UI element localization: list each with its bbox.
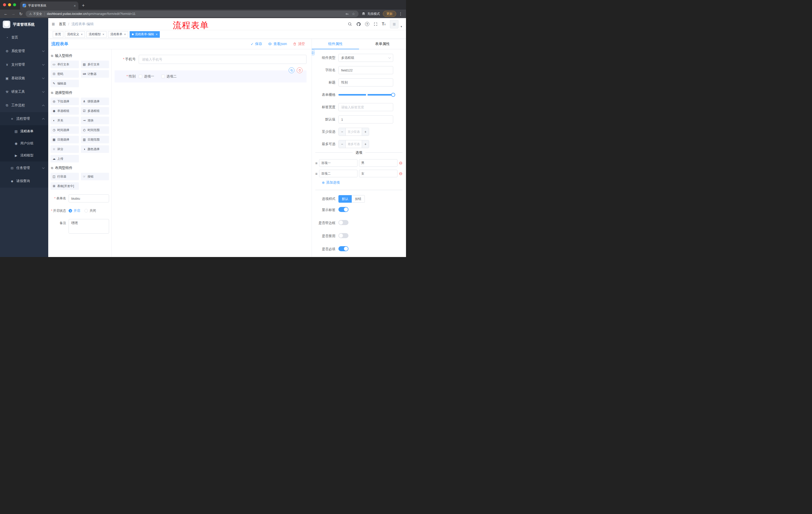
sidebar-item-system-management[interactable]: ⚙系统管理 bbox=[0, 44, 48, 58]
selected-component-gender[interactable]: 性别 选项一选项二 bbox=[115, 71, 307, 82]
default-value-input[interactable] bbox=[339, 115, 393, 124]
form-field-mobile[interactable]: 手机号 bbox=[115, 55, 309, 64]
sidebar-item-process-model[interactable]: ▶流程模型 bbox=[0, 150, 48, 161]
new-tab-button[interactable]: + bbox=[82, 3, 85, 8]
fullscreen-icon[interactable] bbox=[374, 22, 378, 26]
tag-process-form[interactable]: 流程表单× bbox=[108, 31, 128, 38]
remove-option-icon[interactable]: ⊖ bbox=[399, 171, 403, 176]
view-json-button[interactable]: 查看json bbox=[268, 42, 287, 46]
tag-home[interactable]: 首页 bbox=[53, 31, 63, 38]
sidebar-item-home[interactable]: ◔首页 bbox=[0, 31, 48, 44]
props-tab-form[interactable]: 表单属性 bbox=[359, 39, 406, 49]
option-label-input[interactable] bbox=[319, 170, 357, 177]
increase-button[interactable]: + bbox=[362, 140, 369, 148]
gender-option-1[interactable]: 选项一 bbox=[139, 74, 154, 79]
checkbox-unchecked-icon[interactable] bbox=[139, 75, 142, 78]
palette-item-switch[interactable]: ◐开关 bbox=[51, 117, 79, 124]
slider-handle[interactable] bbox=[391, 93, 395, 97]
window-close-button[interactable] bbox=[3, 3, 6, 6]
tag-close-icon[interactable]: × bbox=[81, 33, 83, 36]
palette-item-multi-text[interactable]: ▤多行文本 bbox=[81, 61, 109, 68]
option-style-choice-2[interactable]: 按钮 bbox=[352, 195, 365, 203]
status-on-radio[interactable]: 开启 bbox=[68, 209, 80, 213]
form-canvas[interactable]: 手机号 性别 选项一选项二 bbox=[112, 49, 312, 257]
palette-item-upload[interactable]: ☁上传 bbox=[51, 155, 79, 162]
app-logo[interactable]: 芋道管理系统 bbox=[0, 18, 48, 31]
disabled-switch[interactable] bbox=[339, 233, 348, 238]
palette-item-slider[interactable]: ⊸滑块 bbox=[81, 117, 109, 124]
form-field-gender[interactable]: 性别 选项一选项二 bbox=[115, 74, 307, 79]
palette-item-time-picker[interactable]: ◷时间选择 bbox=[51, 126, 79, 134]
password-key-icon[interactable] bbox=[345, 12, 349, 16]
search-icon[interactable] bbox=[348, 22, 352, 26]
sidebar-item-workflow[interactable]: ⧉工作流程 bbox=[0, 99, 48, 112]
palette-item-radio-group[interactable]: ◉单选框组 bbox=[51, 107, 79, 115]
palette-item-editor[interactable]: ✎编辑器 bbox=[51, 80, 79, 87]
palette-item-table[interactable]: ⊞表格[开发中] bbox=[51, 182, 79, 190]
palette-item-date-range[interactable]: ▥日期范围 bbox=[81, 136, 109, 143]
tag-close-icon[interactable]: × bbox=[103, 33, 104, 36]
props-tab-component[interactable]: 组件属性 bbox=[312, 39, 359, 49]
avatar[interactable]: ▦ bbox=[390, 20, 399, 28]
tag-process-model[interactable]: 流程模型× bbox=[86, 31, 107, 38]
sidebar-item-user-group[interactable]: ◉用户分组 bbox=[0, 137, 48, 150]
breadcrumb-home[interactable]: 首页 bbox=[59, 22, 66, 26]
sidebar-item-process-management[interactable]: ≡流程管理 bbox=[0, 112, 48, 125]
checkbox-unchecked-icon[interactable] bbox=[161, 75, 165, 78]
font-size-icon[interactable]: TT bbox=[382, 22, 386, 26]
increase-button[interactable]: + bbox=[362, 128, 369, 136]
drag-handle-icon[interactable]: ≡ bbox=[315, 171, 318, 176]
palette-item-cascader[interactable]: ⋔级联选择 bbox=[81, 98, 109, 105]
component-type-select[interactable]: 多选框组 bbox=[339, 54, 393, 62]
palette-item-rate[interactable]: ☆评分 bbox=[51, 145, 79, 153]
max-select-value[interactable]: 最多可选 bbox=[346, 140, 362, 148]
help-icon[interactable]: ? bbox=[365, 22, 369, 26]
security-indicator[interactable]: ⚠不安全 bbox=[29, 12, 42, 16]
required-switch[interactable] bbox=[339, 246, 348, 251]
show-label-switch[interactable] bbox=[339, 207, 348, 212]
title-input[interactable] bbox=[339, 78, 393, 86]
clear-button[interactable]: 清空 bbox=[293, 42, 305, 46]
sidebar-item-infrastructure[interactable]: ▣基础设施 bbox=[0, 72, 48, 85]
gender-option-2[interactable]: 选项二 bbox=[161, 74, 177, 79]
with-border-switch[interactable] bbox=[339, 220, 348, 225]
browser-menu-button[interactable]: ⋮ bbox=[399, 11, 403, 16]
palette-item-row-container[interactable]: ◫行容器 bbox=[51, 173, 79, 180]
slider-track[interactable] bbox=[339, 94, 393, 96]
back-button[interactable]: ← bbox=[3, 11, 8, 16]
tag-process-definition[interactable]: 流程定义× bbox=[65, 31, 85, 38]
option-style-choice-1[interactable]: 默认 bbox=[339, 195, 352, 203]
form-grid-slider[interactable] bbox=[339, 91, 393, 99]
tag-close-icon[interactable]: × bbox=[156, 33, 157, 36]
sidebar-item-process-form[interactable]: ▤流程表单 bbox=[0, 125, 48, 137]
hamburger-menu-icon[interactable]: ≡ bbox=[52, 21, 55, 27]
window-zoom-button[interactable] bbox=[13, 3, 16, 6]
sidebar-item-dev-tools[interactable]: ⚒研发工具 bbox=[0, 85, 48, 99]
palette-item-dropdown[interactable]: ◎下拉选择 bbox=[51, 98, 79, 105]
update-button[interactable]: 更新 bbox=[383, 11, 396, 17]
drag-handle-icon[interactable]: ≡ bbox=[315, 161, 318, 165]
save-button[interactable]: ✓保存 bbox=[251, 42, 262, 46]
palette-item-counter[interactable]: 123计数器 bbox=[81, 70, 109, 78]
remark-textarea[interactable]: 嘿嘿 bbox=[68, 219, 109, 234]
option-value-input[interactable] bbox=[359, 159, 398, 167]
palette-item-checkbox-group[interactable]: ☑多选框组 bbox=[81, 107, 109, 115]
window-minimize-button[interactable] bbox=[8, 3, 11, 6]
label-width-input[interactable] bbox=[339, 103, 393, 111]
reload-button[interactable]: ↻ bbox=[18, 11, 24, 16]
sidebar-item-leave-query[interactable]: ☻请假查询 bbox=[0, 174, 48, 188]
remove-option-icon[interactable]: ⊖ bbox=[399, 161, 403, 165]
decrease-button[interactable]: − bbox=[339, 140, 346, 148]
tag-close-icon[interactable]: × bbox=[124, 33, 126, 36]
tag-process-form-edit[interactable]: 流程表单-编辑× bbox=[129, 31, 160, 38]
tab-close-icon[interactable]: × bbox=[74, 4, 76, 7]
mobile-input[interactable] bbox=[139, 55, 307, 64]
min-select-value[interactable]: 至少应选 bbox=[346, 128, 362, 136]
data-bind-link-button[interactable] bbox=[312, 50, 315, 55]
palette-item-time-range[interactable]: ◴时间范围 bbox=[81, 126, 109, 134]
palette-item-color-picker[interactable]: ◑颜色选择 bbox=[81, 145, 109, 153]
field-name-input[interactable] bbox=[339, 66, 393, 74]
bookmark-star-icon[interactable]: ☆ bbox=[352, 12, 355, 16]
status-off-radio[interactable]: 关闭 bbox=[84, 209, 96, 213]
palette-item-date-picker[interactable]: ▦日期选择 bbox=[51, 136, 79, 143]
